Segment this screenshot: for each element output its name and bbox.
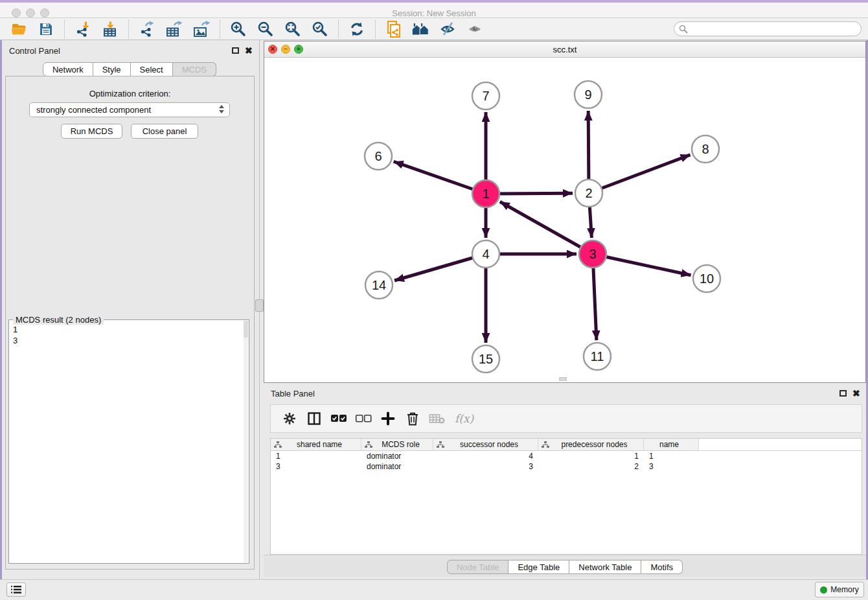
result-scrollbar[interactable] (244, 321, 248, 562)
close-panel-icon[interactable]: ✖ (245, 47, 253, 54)
main-titlebar: Session: New Session (0, 3, 868, 18)
import-table-icon[interactable] (100, 19, 120, 39)
cell-MCDS-role[interactable]: dominator (361, 451, 433, 461)
search-icon (679, 25, 688, 36)
import-network-icon[interactable] (73, 19, 93, 39)
svg-text:9: 9 (584, 87, 591, 102)
clone-network-icon[interactable] (384, 19, 404, 39)
tab-style[interactable]: Style (93, 62, 131, 76)
show-panels-icon[interactable] (466, 19, 485, 39)
svg-text:8: 8 (702, 142, 709, 156)
table-tabs-bar: Node TableEdge TableNetwork TableMotifs (264, 555, 866, 577)
cell-MCDS-role[interactable]: dominator (361, 461, 433, 472)
node-1[interactable]: 1 (472, 180, 499, 207)
edge-2-8[interactable] (589, 155, 691, 193)
hide-panels-icon[interactable] (439, 19, 458, 39)
node-14[interactable]: 14 (365, 271, 393, 299)
float-panel-icon[interactable] (232, 47, 239, 54)
network-graph[interactable]: 7968124314101511 (264, 58, 865, 382)
zoom-out-icon[interactable] (256, 19, 275, 39)
node-3[interactable]: 3 (579, 240, 606, 268)
list-icon (11, 585, 21, 594)
cell-name[interactable]: 1 (644, 451, 699, 461)
tab-node-table[interactable]: Node Table (447, 560, 509, 574)
tab-network[interactable]: Network (43, 62, 93, 76)
node-4[interactable]: 4 (472, 240, 499, 268)
hierarchy-icon (542, 441, 549, 448)
cell-successor-nodes[interactable]: 4 (433, 451, 538, 461)
memory-button[interactable]: Memory (815, 582, 864, 597)
zoom-in-icon[interactable] (229, 19, 248, 39)
node-10[interactable]: 10 (693, 265, 720, 292)
columns-icon[interactable] (305, 410, 323, 428)
add-row-icon[interactable] (379, 410, 397, 428)
node-6[interactable]: 6 (365, 143, 392, 170)
network-window-titlebar[interactable]: ✕ − + scc.txt (264, 41, 865, 58)
divider-handle[interactable] (255, 299, 264, 312)
delete-row-icon[interactable] (404, 410, 422, 428)
close-panel-button[interactable]: Close panel (131, 124, 198, 139)
cell-shared-name[interactable]: 1 (271, 451, 361, 461)
table-toolbar: f(x) (270, 404, 862, 433)
search-input[interactable] (674, 21, 862, 36)
float-table-panel-icon[interactable] (839, 390, 847, 397)
mcds-result-text[interactable]: 1 3 (13, 324, 17, 346)
hierarchy-icon (365, 441, 372, 448)
status-bar (0, 579, 868, 600)
tab-edge-table[interactable]: Edge Table (508, 560, 569, 574)
deselect-all-icon[interactable] (354, 410, 372, 428)
refresh-layout-icon[interactable] (347, 19, 367, 39)
column-header-shared-name[interactable]: shared name (271, 439, 361, 450)
svg-text:1: 1 (482, 187, 489, 201)
toolbar-separator (220, 20, 220, 38)
function-builder-icon[interactable]: f(x) (455, 412, 474, 425)
export-network-icon[interactable] (137, 19, 157, 39)
network-hscroll-thumb[interactable] (559, 377, 567, 381)
column-header-predecessor-nodes[interactable]: predecessor nodes (538, 439, 644, 450)
export-image-icon[interactable] (192, 19, 211, 39)
zoom-selected-icon[interactable] (310, 19, 330, 39)
svg-text:2: 2 (585, 186, 592, 200)
cell-predecessor-nodes[interactable]: 2 (538, 461, 644, 472)
task-history-button[interactable] (6, 583, 26, 597)
column-header-successor-nodes[interactable]: successor nodes (433, 439, 538, 450)
open-folder-icon[interactable] (9, 19, 29, 39)
table-row[interactable]: 3dominator323 (271, 461, 862, 472)
toolbar-separator (128, 20, 129, 38)
cell-successor-nodes[interactable]: 3 (433, 461, 538, 472)
delete-table-icon[interactable] (428, 410, 446, 428)
edge-3-10[interactable] (593, 254, 691, 275)
svg-text:6: 6 (374, 149, 382, 163)
tab-network-table[interactable]: Network Table (569, 560, 641, 574)
tab-motifs[interactable]: Motifs (641, 560, 683, 574)
node-8[interactable]: 8 (692, 135, 719, 163)
column-header-MCDS-role[interactable]: MCDS role (361, 439, 433, 450)
select-all-icon[interactable] (330, 410, 348, 428)
close-table-panel-icon[interactable]: ✖ (852, 389, 860, 397)
run-mcds-button[interactable]: Run MCDS (61, 124, 122, 139)
edge-1-6[interactable] (394, 161, 486, 194)
cell-name[interactable]: 3 (644, 461, 699, 472)
cell-predecessor-nodes[interactable]: 1 (538, 451, 644, 461)
memory-status-icon (820, 586, 827, 594)
gear-icon[interactable] (280, 410, 299, 428)
app-title: Session: New Session (0, 8, 868, 18)
zoom-fit-icon[interactable] (283, 19, 303, 39)
node-7[interactable]: 7 (472, 82, 499, 110)
node-9[interactable]: 9 (575, 81, 602, 108)
tab-select[interactable]: Select (131, 62, 173, 76)
export-table-icon[interactable] (165, 19, 184, 39)
node-15[interactable]: 15 (472, 345, 499, 373)
table-row[interactable]: 1dominator411 (271, 451, 862, 461)
home-view-icon[interactable] (411, 19, 431, 39)
toolbar-separator (338, 20, 339, 38)
node-2[interactable]: 2 (575, 179, 602, 207)
cell-shared-name[interactable]: 3 (271, 461, 361, 472)
save-session-icon[interactable] (36, 19, 56, 39)
node-11[interactable]: 11 (584, 343, 611, 370)
edge-3-1[interactable] (500, 202, 593, 254)
optimization-criterion-select[interactable]: strongly connected component (29, 102, 230, 117)
tab-mcds[interactable]: MCDS (173, 62, 216, 76)
svg-text:4: 4 (482, 247, 489, 261)
column-header-name[interactable]: name (644, 439, 699, 450)
